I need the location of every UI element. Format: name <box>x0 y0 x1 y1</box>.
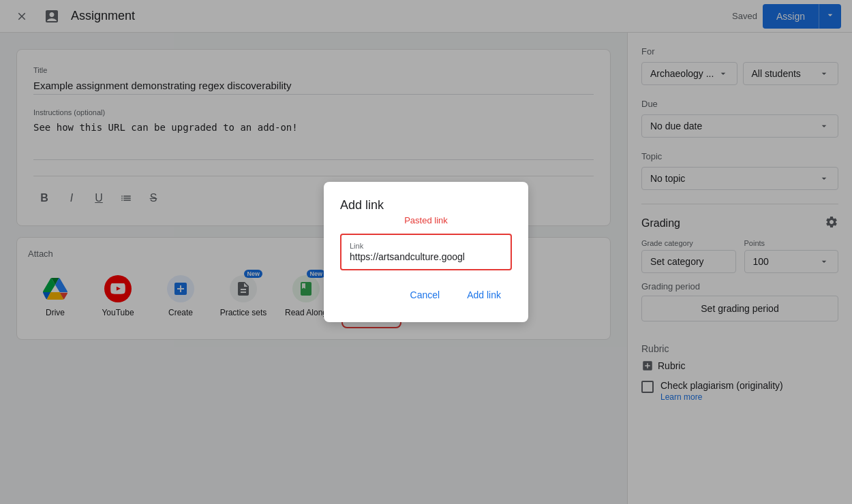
add-link-modal: Add link Pasted link Link Cancel Add lin… <box>324 182 528 322</box>
modal-actions: Cancel Add link <box>340 284 512 306</box>
modal-link-label: Link <box>350 242 502 250</box>
modal-title: Add link <box>340 198 512 212</box>
modal-link-field: Link <box>340 234 512 270</box>
modal-pasted-label: Pasted link <box>340 215 512 225</box>
modal-add-link-button[interactable]: Add link <box>456 284 512 306</box>
modal-cancel-button[interactable]: Cancel <box>399 284 451 306</box>
modal-link-input[interactable] <box>350 251 502 262</box>
modal-overlay: Add link Pasted link Link Cancel Add lin… <box>0 0 852 504</box>
